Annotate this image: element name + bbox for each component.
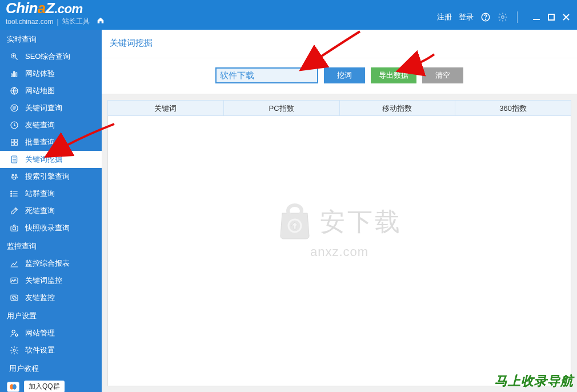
sidebar-item-label: 快照收录查询	[25, 223, 70, 233]
svg-rect-34	[288, 205, 302, 217]
svg-point-21	[13, 177, 15, 179]
join-qq-row: 加入QQ群	[0, 377, 102, 392]
help-icon[interactable]	[480, 12, 491, 22]
svg-rect-13	[15, 139, 18, 142]
chart-icon	[9, 258, 19, 269]
svg-point-22	[11, 191, 12, 192]
svg-point-18	[15, 174, 17, 176]
sidebar-item[interactable]: 软件设置	[0, 342, 102, 359]
sidebar-item-label: 友链查询	[25, 120, 55, 130]
svg-rect-14	[11, 143, 14, 146]
sidebar-item-label: 网站体验	[25, 69, 55, 79]
logo-title: ChinaZ.com	[6, 1, 105, 15]
sidebar-item[interactable]: 监控综合报表	[0, 255, 102, 272]
watermark-cn: 安下载	[320, 205, 402, 239]
minimize-button[interactable]	[531, 12, 542, 22]
svg-point-24	[11, 195, 12, 197]
app-body: 实时查询SEO综合查询网站体验网站地图关键词查询友链查询批量查询关键词挖掘搜索引…	[0, 30, 577, 392]
sidebar-item[interactable]: 网站管理	[0, 325, 102, 342]
sidebar-item-label: 关键词监控	[25, 275, 62, 286]
sidebar-item[interactable]: 友链查询	[0, 117, 102, 134]
svg-rect-4	[548, 14, 554, 20]
logo-part-z: Z	[46, 0, 54, 17]
close-button[interactable]	[561, 12, 571, 22]
sidebar-item[interactable]: SEO综合查询	[0, 48, 102, 65]
col-pc: PC指数	[224, 101, 340, 115]
svg-rect-28	[11, 295, 18, 300]
titlebar: ChinaZ.com tool.chinaz.com | 站长工具 注册 登录	[0, 0, 577, 30]
sidebar-item[interactable]: 搜索引擎查询	[0, 168, 102, 185]
svg-point-31	[13, 349, 15, 351]
svg-rect-15	[15, 143, 18, 146]
logo: ChinaZ.com tool.chinaz.com | 站长工具	[6, 1, 105, 26]
doc-icon	[9, 154, 19, 165]
logo-sub-label: 站长工具	[62, 17, 90, 26]
sidebar-item[interactable]: 站群查询	[0, 185, 102, 202]
col-keyword: 关键词	[108, 101, 224, 115]
globe-icon	[9, 86, 19, 96]
header-actions: 注册 登录	[437, 11, 571, 26]
main-area: 关键词挖掘 挖词 导出数据 清空 关键词 PC指数 移动指数 360指数 安下载…	[102, 30, 577, 392]
sidebar-item[interactable]: 关键词监控	[0, 272, 102, 289]
logo-part-dotcom: .com	[54, 2, 83, 16]
sidebar-item-label: 网站地图	[25, 86, 55, 96]
logo-part-a: a	[38, 0, 46, 17]
settings-icon[interactable]	[498, 12, 508, 22]
table-body: 安下载 anxz.com	[107, 116, 571, 386]
sidebar-section-title: 监控查询	[0, 237, 102, 255]
list-icon	[9, 189, 19, 199]
watermark-en: anxz.com	[310, 245, 368, 259]
sidebar-item-label: 软件设置	[25, 345, 55, 355]
svg-rect-7	[14, 71, 15, 77]
bars-icon	[9, 69, 19, 79]
svg-rect-12	[11, 139, 14, 142]
link-icon	[9, 293, 19, 303]
sidebar-item-label: 友链监控	[25, 293, 55, 303]
clear-button[interactable]: 清空	[422, 67, 463, 83]
seo-icon	[9, 51, 19, 62]
logo-sub-sep: |	[57, 18, 58, 26]
sidebar-item-tutorial[interactable]: 用户教程	[0, 359, 102, 377]
export-button[interactable]: 导出数据	[371, 67, 416, 83]
sidebar-item-label: SEO综合查询	[25, 51, 70, 62]
page-title: 关键词挖掘	[102, 30, 577, 58]
keyword-icon	[9, 103, 19, 113]
dig-button[interactable]: 挖词	[324, 67, 365, 83]
register-link[interactable]: 注册	[437, 12, 452, 22]
toolbar: 挖词 导出数据 清空	[102, 58, 577, 94]
sidebar-item-label: 死链查询	[25, 206, 55, 216]
col-mobile: 移动指数	[340, 101, 456, 115]
sidebar-item[interactable]: 网站地图	[0, 82, 102, 99]
sidebar-item[interactable]: 友链监控	[0, 289, 102, 306]
sidebar-item[interactable]: 关键词挖掘	[0, 151, 102, 168]
camera-icon	[9, 223, 19, 233]
logo-part-chin: Chin	[6, 0, 38, 17]
sidebar-section-title: 用户设置	[0, 306, 102, 325]
join-qq-button[interactable]: 加入QQ群	[24, 381, 65, 392]
user-cog-icon	[9, 328, 19, 338]
sidebar-item[interactable]: 快照收录查询	[0, 219, 102, 237]
login-link[interactable]: 登录	[459, 12, 474, 22]
svg-point-23	[11, 193, 12, 194]
sidebar-item[interactable]: 批量查询	[0, 134, 102, 151]
svg-point-17	[12, 174, 14, 176]
sidebar-item[interactable]: 关键词查询	[0, 99, 102, 117]
sidebar-item[interactable]: 网站体验	[0, 65, 102, 82]
svg-rect-6	[11, 74, 13, 77]
maximize-button[interactable]	[546, 12, 556, 22]
window-controls	[531, 12, 571, 22]
batch-icon	[9, 137, 19, 147]
svg-point-29	[12, 330, 15, 333]
sidebar-item-label: 关键词挖掘	[25, 154, 62, 165]
logo-sub-domain: tool.chinaz.com	[6, 18, 53, 26]
keyword-input[interactable]	[215, 67, 318, 83]
watermark: 安下载 anxz.com	[277, 202, 402, 259]
home-icon[interactable]	[97, 17, 105, 26]
bag-icon	[277, 202, 313, 242]
svg-point-35	[288, 219, 301, 232]
svg-point-1	[485, 19, 486, 19]
sidebar-item[interactable]: 死链查询	[0, 202, 102, 219]
table-header: 关键词 PC指数 移动指数 360指数	[107, 100, 571, 116]
sidebar-item-label: 监控综合报表	[25, 258, 70, 269]
paw-icon	[9, 171, 19, 182]
